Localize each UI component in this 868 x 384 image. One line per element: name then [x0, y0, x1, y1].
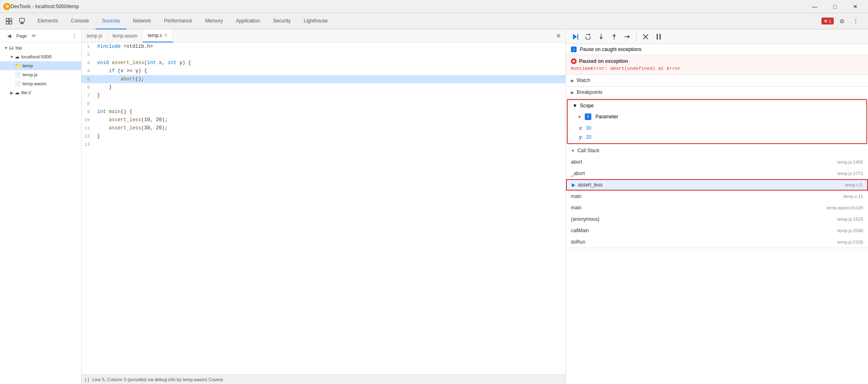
call-stack-callmain[interactable]: callMain temp.js:2046 [566, 225, 868, 236]
editor-tab-tempwasm[interactable]: temp.wasm [108, 29, 143, 42]
scope-x-row: x: 30 [579, 124, 861, 133]
scope-chevron: ▼ [573, 103, 577, 109]
step-over-button[interactable] [582, 31, 594, 42]
svg-rect-8 [577, 34, 578, 40]
call-stack-loc-assert_less: temp.c:5 [845, 182, 862, 187]
format-icon[interactable]: { } [85, 377, 89, 382]
step-out-button[interactable] [608, 31, 620, 42]
call-stack-loc-main-wasm: temp.wasm:0x1d9 [827, 205, 863, 210]
pause-exceptions-button[interactable] [653, 31, 664, 42]
editor-tabs: temp.js temp.wasm temp.c ✕ ⊞ [82, 29, 566, 42]
right-panel: ✓ Pause on caught exceptions ⊗ Paused on… [566, 29, 868, 384]
call-stack-dorun[interactable]: doRun temp.js:2106 [566, 236, 868, 248]
device-icon[interactable] [16, 16, 28, 27]
code-line-7: 7 } [82, 91, 566, 100]
main-tabbar: Elements Console Sources Network Perform… [0, 13, 868, 29]
call-stack-_abort[interactable]: _abort temp.js:1771 [566, 168, 868, 179]
code-line-1: 1 #include <stdlib.h> [82, 42, 566, 51]
tree-item-localhost[interactable]: ▼ ☁ localhost:5000 [0, 52, 81, 61]
page-more-icon[interactable]: ≫ [30, 32, 38, 40]
scope-y-row: y: 20 [579, 133, 861, 142]
pause-checkbox[interactable]: ✓ [571, 47, 577, 52]
svg-rect-21 [657, 34, 658, 40]
editor-tab-tempjs[interactable]: temp.js [82, 29, 108, 42]
sidebar-options-icon[interactable]: ⋮ [71, 32, 78, 40]
tab-performance[interactable]: Performance [158, 13, 199, 29]
call-stack-section: ▼ Call Stack abort temp.js:1456 _abort t… [566, 145, 868, 248]
tab-elements[interactable]: Elements [31, 13, 64, 29]
close-button[interactable]: ✕ [846, 0, 865, 13]
tab-network[interactable]: Network [127, 13, 158, 29]
minimize-button[interactable]: — [805, 0, 824, 13]
step-into-button[interactable] [595, 31, 607, 42]
editor-expand-icon[interactable]: ⊞ [553, 30, 564, 42]
code-line-2: 2 [82, 51, 566, 59]
tree-item-tempwasm[interactable]: 📄 temp.wasm [0, 79, 81, 88]
titlebar-controls: — □ ✕ [805, 0, 865, 13]
debug-toolbar [566, 29, 868, 44]
right-content[interactable]: ✓ Pause on caught exceptions ⊗ Paused on… [566, 44, 868, 384]
more-icon[interactable]: ⋮ [850, 16, 861, 27]
svg-marker-9 [588, 33, 590, 36]
tree-item-temp[interactable]: 📁 temp [0, 61, 81, 70]
editor-content[interactable]: 1 #include <stdlib.h> 2 3 void assert_le… [82, 42, 566, 374]
watch-header[interactable]: ▶ Watch [566, 75, 868, 86]
scope-y-value: 20 [586, 134, 591, 140]
call-stack-main-c[interactable]: main temp.c:11 [566, 191, 868, 202]
tab-security[interactable]: Security [266, 13, 297, 29]
call-stack-loc-main-c: temp.c:11 [844, 194, 863, 199]
svg-marker-16 [613, 34, 616, 36]
settings-icon[interactable]: ⚙ [836, 16, 848, 27]
call-stack-loc-callmain: temp.js:2046 [837, 228, 863, 233]
sidebar: ◀ Page ≫ ⋮ ▼ 🗂 top ▼ ☁ localhost:5000 📁 … [0, 29, 82, 384]
code-line-6: 6 } [82, 83, 566, 91]
tree-item-file[interactable]: ▶ ☁ file:// [0, 88, 81, 97]
scope-label: Scope [580, 103, 594, 109]
svg-marker-7 [573, 34, 577, 40]
scope-header[interactable]: ▼ Scope [568, 100, 866, 111]
sidebar-toggle-icon[interactable]: ◀ [3, 30, 15, 42]
pause-exceptions-section: ✓ Pause on caught exceptions [566, 44, 868, 55]
svg-marker-18 [628, 35, 630, 38]
call-stack-main-wasm[interactable]: main temp.wasm:0x1d9 [566, 202, 868, 213]
svg-rect-2 [6, 22, 9, 24]
tab-sources[interactable]: Sources [95, 13, 127, 29]
tree-item-tempjs[interactable]: 📄 temp.js [0, 70, 81, 79]
step-button[interactable] [622, 31, 633, 42]
call-stack-loc-dorun: temp.js:2106 [837, 240, 863, 244]
tree-item-top[interactable]: ▼ 🗂 top [0, 43, 81, 52]
debug-separator-1 [636, 33, 637, 41]
code-line-3: 3 void assert_less(int x, int y) { [82, 59, 566, 67]
tab-console[interactable]: Console [64, 13, 95, 29]
close-tab-icon[interactable]: ✕ [164, 33, 168, 38]
devtools-icon: ⚙ [3, 3, 11, 10]
call-stack-assert_less[interactable]: ▶ assert_less temp.c:5 [566, 179, 868, 191]
tab-application[interactable]: Application [229, 13, 266, 29]
code-line-13: 13 [82, 140, 566, 149]
svg-rect-0 [6, 18, 9, 21]
call-stack-loc-_abort: temp.js:1771 [837, 171, 863, 176]
error-badge[interactable]: ⊗ 1 [821, 18, 834, 24]
breakpoints-chevron: ▶ [571, 90, 574, 95]
breakpoints-section: ▶ Breakpoints [566, 87, 868, 98]
inspect-icon[interactable] [3, 16, 15, 27]
call-stack-header[interactable]: ▼ Call Stack [566, 145, 868, 156]
svg-rect-3 [9, 22, 12, 24]
watch-chevron: ▶ [571, 78, 574, 83]
param-label: Parameter [595, 114, 618, 120]
call-stack-abort[interactable]: abort temp.js:1456 [566, 156, 868, 168]
call-stack-anonymous[interactable]: (anonymous) temp.js:1525 [566, 213, 868, 225]
param-header[interactable]: ▼ f Parameter [568, 111, 866, 122]
call-stack-fn-callmain: callMain [571, 228, 589, 233]
code-line-10: 10 assert_less(10, 20); [82, 116, 566, 124]
code-line-11: 11 assert_less(30, 20); [82, 124, 566, 132]
call-stack-fn-abort: abort [571, 159, 582, 165]
tab-lighthouse[interactable]: Lighthouse [297, 13, 334, 29]
editor-area: temp.js temp.wasm temp.c ✕ ⊞ 1 #include … [82, 29, 566, 384]
deactivate-button[interactable] [640, 31, 651, 42]
breakpoints-header[interactable]: ▶ Breakpoints [566, 87, 868, 98]
editor-tab-tempc[interactable]: temp.c ✕ [143, 29, 173, 42]
maximize-button[interactable]: □ [826, 0, 844, 13]
tab-memory[interactable]: Memory [199, 13, 229, 29]
resume-button[interactable] [569, 31, 581, 42]
